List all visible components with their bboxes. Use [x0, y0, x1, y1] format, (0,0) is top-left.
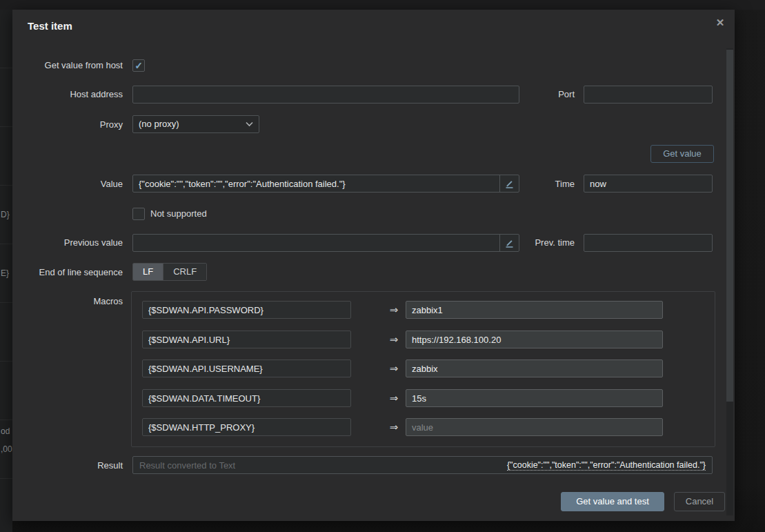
eol-option-crlf[interactable]: CRLF	[163, 264, 206, 280]
time-input[interactable]	[584, 175, 713, 193]
value-field	[132, 175, 519, 193]
close-icon[interactable]: ✕	[711, 14, 729, 32]
get-value-button[interactable]: Get value	[650, 145, 714, 163]
macro-arrow-icon: ⇒	[386, 301, 402, 319]
macro-value-input[interactable]	[406, 331, 663, 348]
background-text-fragment: D}	[1, 209, 12, 220]
previous-value-field	[132, 234, 519, 252]
get-value-from-host-label: Get value from host	[12, 56, 123, 75]
macro-value-input[interactable]	[406, 389, 663, 407]
test-item-dialog: Test item ✕ Get value from host ✓ Host a…	[12, 10, 735, 521]
macro-arrow-icon: ⇒	[386, 418, 402, 436]
macro-value-input[interactable]	[406, 301, 663, 319]
result-label: Result	[12, 456, 123, 475]
cancel-button[interactable]: Cancel	[674, 492, 725, 511]
macro-name-input[interactable]	[142, 418, 351, 436]
get-value-and-test-button[interactable]: Get value and test	[561, 492, 664, 511]
get-value-from-host-checkbox[interactable]: ✓	[132, 59, 145, 72]
macros-label: Macros	[12, 292, 123, 311]
chevron-down-icon	[246, 121, 253, 127]
time-label: Time	[533, 175, 575, 194]
previous-value-label: Previous value	[12, 233, 123, 253]
macro-name-input[interactable]	[142, 301, 351, 319]
host-address-input[interactable]	[132, 86, 519, 104]
background-text-fragment: ,00	[1, 444, 12, 455]
macro-arrow-icon: ⇒	[386, 389, 402, 407]
dialog-scrollbar-thumb[interactable]	[726, 50, 733, 402]
host-address-label: Host address	[12, 85, 123, 104]
page-background-top	[0, 0, 765, 10]
previous-value-input[interactable]	[133, 235, 499, 251]
pencil-icon	[504, 238, 515, 248]
proxy-select[interactable]: (no proxy)	[132, 115, 259, 133]
check-icon: ✓	[133, 60, 144, 71]
eol-sequence-label: End of line sequence	[12, 263, 123, 282]
background-text-fragment: od	[1, 426, 12, 437]
macro-name-input[interactable]	[142, 389, 351, 407]
port-label: Port	[533, 85, 575, 104]
proxy-label: Proxy	[12, 115, 123, 135]
result-placeholder: Result converted to Text	[139, 460, 507, 471]
not-supported-checkbox[interactable]	[132, 208, 145, 220]
prev-time-input[interactable]	[584, 234, 713, 252]
macro-value-input[interactable]	[406, 418, 663, 436]
macro-name-input[interactable]	[142, 331, 351, 348]
port-input[interactable]	[584, 86, 713, 104]
prev-time-label: Prev. time	[523, 233, 575, 253]
eol-option-lf[interactable]: LF	[133, 264, 163, 280]
value-expand-button[interactable]	[499, 175, 519, 192]
not-supported-label: Not supported	[150, 204, 233, 224]
result-value-link[interactable]: {"cookie":"","token":"","error":"Authent…	[507, 460, 706, 471]
dialog-title: Test item	[28, 20, 72, 32]
page-background-table-sliver: D} E} od ,00	[0, 10, 12, 532]
value-label: Value	[12, 175, 123, 194]
background-text-fragment: E}	[1, 268, 12, 279]
result-field: Result converted to Text {"cookie":"","t…	[132, 456, 713, 474]
macro-value-input[interactable]	[406, 359, 663, 377]
previous-value-expand-button[interactable]	[499, 235, 519, 251]
proxy-selected-value: (no proxy)	[139, 119, 179, 129]
dialog-scrollbar-track[interactable]	[726, 48, 733, 515]
macro-arrow-icon: ⇒	[386, 359, 402, 377]
value-input[interactable]	[133, 175, 499, 192]
macro-arrow-icon: ⇒	[386, 331, 402, 348]
pencil-icon	[504, 179, 515, 189]
eol-sequence-toggle: LF CRLF	[132, 263, 207, 281]
macro-name-input[interactable]	[142, 359, 351, 377]
macros-container: ⇒ ⇒ ⇒ ⇒ ⇒	[131, 291, 715, 447]
